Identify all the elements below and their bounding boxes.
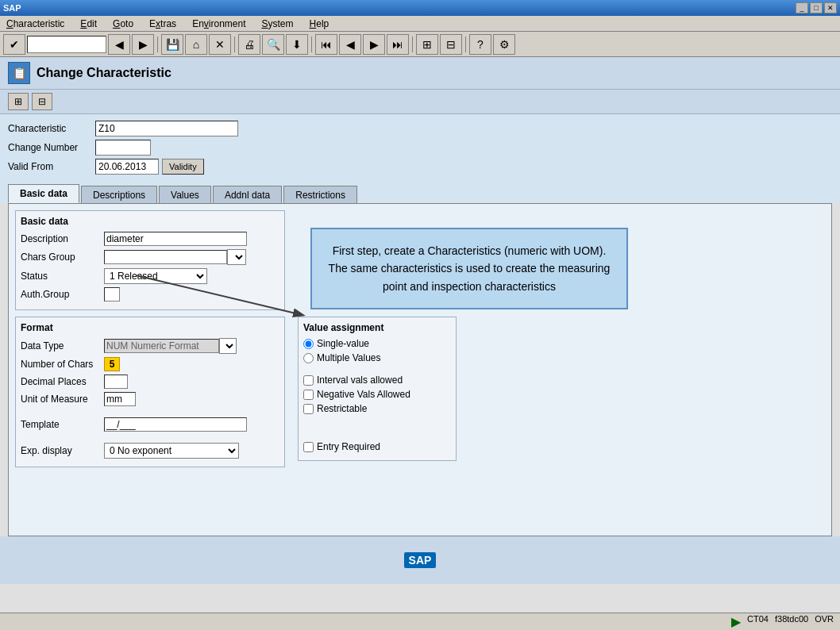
- chars-group-select[interactable]: [227, 249, 246, 265]
- title-bar-text: SAP: [3, 3, 21, 13]
- stop-btn[interactable]: ✕: [209, 34, 231, 55]
- template-row: Template: [21, 417, 279, 432]
- negative-vals-label: Negative Vals Allowed: [317, 389, 410, 400]
- multiple-values-radio[interactable]: Multiple Values: [303, 352, 451, 363]
- exp-display-row: Exp. display 0 No exponent: [21, 443, 279, 459]
- decimal-places-input[interactable]: [104, 375, 128, 389]
- menu-goto[interactable]: Goto: [110, 17, 137, 31]
- value-assignment-section: Value assignment Single-value Multiple V…: [298, 317, 457, 461]
- single-value-radio[interactable]: Single-value: [303, 338, 451, 349]
- status-select[interactable]: 1 Released: [104, 268, 207, 284]
- basic-data-section: Basic data Description Chars Group Statu…: [15, 210, 285, 310]
- negative-vals-checkbox[interactable]: [303, 390, 314, 400]
- tab-values[interactable]: Values: [159, 186, 211, 203]
- maximize-btn[interactable]: □: [810, 2, 823, 13]
- negative-vals-check[interactable]: Negative Vals Allowed: [303, 389, 451, 400]
- last-btn[interactable]: ⏭: [387, 34, 409, 55]
- restrictable-check[interactable]: Restrictable: [303, 403, 451, 414]
- layout2-btn[interactable]: ⊟: [440, 34, 462, 55]
- tabs-container: Basic data Descriptions Values Addnl dat…: [0, 184, 840, 203]
- menu-edit[interactable]: Edit: [77, 17, 100, 31]
- tab-basic-data[interactable]: Basic data: [8, 184, 79, 203]
- back-btn[interactable]: ✔: [3, 34, 25, 55]
- right-column: Value assignment Single-value Multiple V…: [298, 317, 825, 472]
- description-row: Description: [21, 232, 279, 246]
- valid-from-label: Valid From: [8, 161, 95, 172]
- data-type-select[interactable]: [219, 338, 237, 354]
- user-info: f38tdc00: [775, 614, 808, 629]
- play-icon[interactable]: ▶: [731, 614, 741, 629]
- change-number-row: Change Number: [8, 140, 832, 156]
- title-bar: SAP _ □ ✕: [0, 0, 840, 16]
- status-label: Status: [21, 271, 104, 282]
- change-number-input[interactable]: [95, 140, 151, 156]
- menu-system[interactable]: System: [259, 17, 297, 31]
- chars-group-row: Chars Group: [21, 249, 279, 265]
- sep1: [157, 36, 158, 52]
- data-type-input: [104, 339, 219, 353]
- entry-required-label: Entry Required: [317, 441, 380, 452]
- menu-environment[interactable]: Environment: [189, 17, 249, 31]
- interval-vals-check[interactable]: Interval vals allowed: [303, 375, 451, 386]
- help2-btn[interactable]: ?: [469, 34, 491, 55]
- restrictable-checkbox[interactable]: [303, 404, 314, 414]
- uom-input[interactable]: [104, 392, 136, 406]
- multiple-values-radio-input[interactable]: [303, 353, 314, 363]
- characteristic-input[interactable]: [95, 121, 238, 136]
- nav-back-btn[interactable]: ◀: [108, 34, 130, 55]
- description-input[interactable]: [104, 232, 247, 246]
- prev-btn[interactable]: ◀: [339, 34, 361, 55]
- mode-info: OVR: [815, 614, 834, 629]
- change-number-label: Change Number: [8, 142, 95, 153]
- callout-box: First step, create a Characteristics (nu…: [310, 228, 628, 309]
- value-type-radio-group: Single-value Multiple Values: [303, 338, 451, 363]
- form-area: Characteristic Change Number Valid From …: [0, 114, 840, 184]
- command-input[interactable]: [27, 36, 106, 53]
- single-value-label: Single-value: [317, 338, 369, 349]
- value-assignment-title: Value assignment: [303, 322, 451, 333]
- menu-characteristic[interactable]: Characteristic: [3, 17, 67, 31]
- exp-display-label: Exp. display: [21, 445, 104, 456]
- save-btn[interactable]: 💾: [161, 34, 183, 55]
- sep2: [234, 36, 235, 52]
- shortcut-btn[interactable]: ⌂: [185, 34, 207, 55]
- close-btn[interactable]: ✕: [824, 2, 837, 13]
- toolbar: ✔ ◀ ▶ 💾 ⌂ ✕ 🖨 🔍 ⬇ ⏮ ◀ ▶ ⏭ ⊞ ⊟ ? ⚙: [0, 32, 840, 57]
- interval-vals-checkbox[interactable]: [303, 375, 314, 386]
- valid-from-input[interactable]: [95, 159, 159, 175]
- sub-btn2[interactable]: ⊟: [32, 93, 52, 110]
- two-col-layout: Format Data Type Number of Chars 5 Decim…: [15, 317, 825, 472]
- exp-display-select[interactable]: 0 No exponent: [104, 443, 239, 459]
- next-btn[interactable]: ▶: [363, 34, 385, 55]
- tab-restrictions[interactable]: Restrictions: [283, 186, 357, 203]
- auth-group-input[interactable]: [104, 287, 120, 302]
- uom-label: Unit of Measure: [21, 394, 104, 405]
- entry-required-checkbox[interactable]: [303, 442, 314, 452]
- sep5: [465, 36, 466, 52]
- layout-btn[interactable]: ⊞: [416, 34, 438, 55]
- find-btn[interactable]: 🔍: [262, 34, 284, 55]
- format-section: Format Data Type Number of Chars 5 Decim…: [15, 317, 285, 467]
- page-header: 📋 Change Characteristic: [0, 57, 840, 90]
- interval-vals-label: Interval vals allowed: [317, 375, 403, 386]
- num-chars-row: Number of Chars 5: [21, 357, 279, 371]
- tab-addnl-data[interactable]: Addnl data: [213, 186, 282, 203]
- sub-btn1[interactable]: ⊞: [8, 93, 29, 110]
- data-type-row: Data Type: [21, 338, 279, 354]
- template-input[interactable]: [104, 417, 247, 432]
- find-next-btn[interactable]: ⬇: [286, 34, 308, 55]
- single-value-radio-input[interactable]: [303, 339, 314, 349]
- entry-required-check[interactable]: Entry Required: [303, 441, 451, 452]
- nav-fwd-btn[interactable]: ▶: [132, 34, 154, 55]
- validity-button[interactable]: Validity: [162, 159, 204, 175]
- menu-help[interactable]: Help: [306, 17, 333, 31]
- settings-btn[interactable]: ⚙: [493, 34, 515, 55]
- chars-group-input[interactable]: [104, 250, 227, 264]
- tab-descriptions[interactable]: Descriptions: [81, 186, 157, 203]
- left-column: Format Data Type Number of Chars 5 Decim…: [15, 317, 285, 472]
- print-btn[interactable]: 🖨: [238, 34, 260, 55]
- first-btn[interactable]: ⏮: [315, 34, 337, 55]
- sep4: [412, 36, 413, 52]
- menu-extras[interactable]: Extras: [146, 17, 179, 31]
- minimize-btn[interactable]: _: [796, 2, 808, 13]
